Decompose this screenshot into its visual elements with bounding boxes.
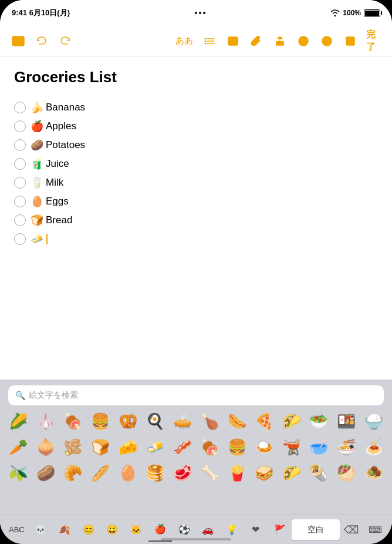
- emoji-steak[interactable]: 🥩: [170, 461, 195, 485]
- list-item[interactable]: 🍞 Bread: [14, 211, 378, 230]
- emoji-cat-symbols[interactable]: ❤: [244, 518, 268, 542]
- emoji-search-field[interactable]: 🔍 絵文字を検索: [8, 385, 384, 405]
- emoji-bread2[interactable]: 🍞: [88, 435, 113, 459]
- keyboard-switch-button[interactable]: ⌨: [363, 518, 387, 542]
- checkbox-milk[interactable]: [14, 177, 26, 189]
- emoji-curry[interactable]: 🍛: [252, 435, 276, 459]
- undo-button[interactable]: [31, 30, 53, 52]
- battery-percent: 100%: [343, 9, 361, 17]
- emoji-taco[interactable]: 🌮: [279, 409, 304, 434]
- list-item-active[interactable]: 🧈: [14, 230, 378, 249]
- list-item[interactable]: 🍎 Apples: [14, 117, 378, 136]
- list-item[interactable]: 🥔 Potatoes: [14, 136, 378, 155]
- emoji-ramen[interactable]: 🍝: [361, 435, 386, 459]
- emoji-cat-skulls[interactable]: 💀: [29, 518, 53, 542]
- emoji-garlic[interactable]: 🧄: [33, 409, 58, 434]
- checkbox-bananas[interactable]: [14, 102, 26, 113]
- emoji-pizza[interactable]: 🍕: [252, 409, 276, 434]
- list-item[interactable]: 🥛 Milk: [14, 173, 378, 192]
- svg-point-21: [328, 41, 329, 42]
- search-icon: 🔍: [15, 391, 25, 400]
- emoji-baguette[interactable]: 🥖: [88, 461, 113, 485]
- emoji-cat-flags[interactable]: 🚩: [268, 518, 292, 542]
- edit-button[interactable]: [339, 30, 361, 52]
- list-button[interactable]: [198, 30, 221, 52]
- emoji-pretzel[interactable]: 🥨: [116, 409, 140, 434]
- emoji-lamb[interactable]: 🍖: [197, 435, 222, 459]
- text-style-button[interactable]: ああ: [171, 30, 197, 52]
- emoji-burrito[interactable]: 🌯: [306, 461, 331, 485]
- emoji-cat-animals[interactable]: 🐱: [124, 518, 148, 542]
- emoji-stew[interactable]: 🫕: [279, 435, 304, 459]
- emoji-corn[interactable]: 🌽: [6, 409, 31, 434]
- emoji-bacon[interactable]: 🥓: [170, 435, 195, 459]
- emoji-burger2[interactable]: 🍔: [225, 435, 249, 459]
- markup-button[interactable]: [292, 30, 315, 52]
- list-item[interactable]: 🧃 Juice: [14, 155, 378, 173]
- checkbox-potatoes[interactable]: [14, 139, 26, 151]
- emoji-ginger[interactable]: 🫚: [60, 435, 85, 459]
- emoji-carrot[interactable]: 🥕: [6, 435, 31, 459]
- emoji-cat-nature[interactable]: 🍂: [53, 518, 77, 542]
- sidebar-toggle-button[interactable]: [7, 30, 29, 52]
- emoji-pancakes[interactable]: 🥞: [143, 461, 167, 485]
- emoji-olive[interactable]: 🫒: [6, 461, 31, 485]
- redo-button[interactable]: [54, 30, 76, 52]
- note-title[interactable]: Groceries List: [14, 68, 378, 86]
- emoji-salad[interactable]: 🥗: [306, 409, 331, 434]
- emoji-fries[interactable]: 🍟: [225, 461, 249, 485]
- emoji-taco2[interactable]: 🌮: [279, 461, 304, 485]
- emoji-bowl[interactable]: 🥣: [306, 435, 331, 459]
- emoji-meat[interactable]: 🍖: [60, 409, 85, 434]
- checklist: 🍌 Bananas 🍎 Apples 🥔 Potatoes: [14, 98, 378, 249]
- emoji-falafel[interactable]: 🧆: [361, 461, 386, 485]
- emoji-grid: 🌽 🧄 🍖 🍔 🥨 🍳 🥧 🍗 🌭 🍕 🌮 🥗 🍱 🍚 🥕 🧅 🫚: [0, 409, 392, 485]
- emoji-burger[interactable]: 🍔: [88, 409, 113, 434]
- checkbox-new[interactable]: [14, 233, 26, 245]
- emoji-onion[interactable]: 🧅: [33, 435, 58, 459]
- emoji-pie[interactable]: 🥧: [170, 409, 195, 434]
- emoji-bento[interactable]: 🍱: [334, 409, 359, 434]
- space-button[interactable]: 空白: [292, 519, 340, 540]
- emoji-fried-rice[interactable]: 🍚: [361, 409, 386, 434]
- status-time: 9:41 6月10日(月): [12, 8, 70, 18]
- emoji-croissant[interactable]: 🥐: [60, 461, 85, 485]
- share-button[interactable]: [269, 30, 291, 52]
- emoji-salad2[interactable]: 🥙: [334, 461, 359, 485]
- emoji-bone[interactable]: 🦴: [197, 461, 222, 485]
- abc-keyboard-button[interactable]: ABC: [5, 518, 29, 542]
- list-item[interactable]: 🍌 Bananas: [14, 98, 378, 117]
- svg-point-7: [205, 40, 207, 42]
- list-item[interactable]: 🥚 Eggs: [14, 192, 378, 211]
- checkbox-eggs[interactable]: [14, 196, 26, 207]
- emoji-egg[interactable]: 🥚: [116, 461, 140, 485]
- emoji-cat-faces[interactable]: 😊: [76, 518, 100, 542]
- more-button[interactable]: [316, 30, 338, 52]
- emoji-frying-pan[interactable]: 🍳: [143, 409, 167, 434]
- delete-button[interactable]: ⌫: [340, 518, 364, 542]
- emoji-drumstick[interactable]: 🍗: [197, 409, 222, 434]
- emoji-butter[interactable]: 🧈: [143, 435, 167, 459]
- svg-point-17: [303, 41, 304, 42]
- checkbox-apples[interactable]: [14, 120, 26, 132]
- emoji-cat-people[interactable]: 😀: [100, 518, 124, 542]
- emoji-potato[interactable]: 🥔: [33, 461, 58, 485]
- emoji-hotdog[interactable]: 🌭: [225, 409, 249, 434]
- emoji-sandwich[interactable]: 🥪: [252, 461, 276, 485]
- battery-icon: [364, 9, 380, 17]
- emoji-cheese[interactable]: 🧀: [116, 435, 140, 459]
- wifi-icon: [330, 9, 340, 16]
- attach-button[interactable]: [245, 30, 268, 52]
- checkbox-bread[interactable]: [14, 214, 26, 226]
- emoji-search-bar: 🔍 絵文字を検索: [0, 380, 392, 409]
- emoji-noodles[interactable]: 🍜: [334, 435, 359, 459]
- svg-point-9: [205, 42, 207, 44]
- text-cursor: [46, 234, 48, 244]
- status-indicators: 100%: [330, 9, 380, 17]
- checkbox-juice[interactable]: [14, 158, 26, 170]
- svg-point-20: [326, 41, 327, 42]
- done-button[interactable]: 完了: [363, 30, 385, 52]
- emoji-keyboard: 🔍 絵文字を検索 🌽 🧄 🍖 🍔 🥨 🍳 🥧 🍗 🌭 🍕 🌮 🥗 🍱: [0, 380, 392, 544]
- home-indicator: [161, 538, 231, 540]
- table-button[interactable]: [222, 30, 244, 52]
